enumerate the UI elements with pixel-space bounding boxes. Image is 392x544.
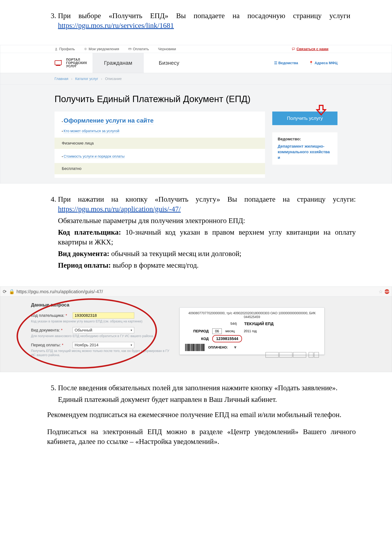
req-mark2: *	[61, 328, 63, 332]
breadcrumbs: Главная › Каталог услуг › Описание	[0, 73, 392, 85]
chat-icon	[292, 47, 295, 51]
lock-icon: 🔒	[9, 289, 15, 295]
logo-icon	[55, 59, 63, 66]
po-label: Период оплаты:	[31, 343, 61, 347]
po-hint: Получить ЕПД за текущий месяц можно толь…	[31, 349, 172, 357]
highlight-arrow-icon	[316, 105, 327, 116]
get-service-button[interactable]: Получить услугу	[272, 112, 337, 125]
period-year: 2011 год	[244, 329, 257, 333]
tab-citizens-label: Гражданам	[104, 60, 132, 66]
bc-home[interactable]: Главная	[55, 77, 68, 81]
top-pay[interactable]: Оплатить	[128, 47, 149, 51]
url-text[interactable]: https://pgu.mos.ru/ru/application/guis/-…	[17, 289, 379, 295]
item4-vd-text: обычный за текущий месяц или долговой;	[110, 249, 242, 258]
nav-right: ☰Ведомства 📍Адреса МФЦ	[274, 53, 392, 73]
user-icon	[55, 47, 58, 51]
item4-kp-label: Код плательщика:	[58, 228, 121, 236]
chevron-down-icon-2: ▼	[130, 344, 133, 347]
portal-logo[interactable]: ПОРТАЛ ГОРОДСКИХ УСЛУГ	[0, 53, 92, 73]
period-month-label: месяц	[225, 329, 235, 333]
free-row: Бесплатно	[55, 163, 265, 174]
doc-type-value: Обычный	[75, 328, 92, 333]
bc-desc: Описание	[105, 77, 122, 81]
reload-icon[interactable]: ⟳	[3, 289, 7, 295]
receipt-code: 1239815544	[212, 335, 242, 342]
svg-rect-3	[128, 49, 131, 49]
top-drafts-label: Черновики	[158, 47, 176, 51]
item5-line2: Единый платежный документ будет направле…	[58, 395, 356, 404]
nav-agencies[interactable]: ☰Ведомства	[274, 61, 298, 65]
nav-mfc-label: Адреса МФЦ	[314, 61, 337, 65]
doc-item-5: После введения обязательных полей для за…	[0, 372, 392, 459]
nav-mfc[interactable]: 📍Адреса МФЦ	[309, 61, 337, 65]
page-title: Получить Единый Платежный Документ (ЕПД)	[55, 87, 337, 112]
who-link[interactable]: Кто может обратиться за услугой	[63, 129, 119, 133]
portal-content: Получить Единый Платежный Документ (ЕПД)…	[0, 85, 392, 183]
tab-citizens[interactable]: Гражданам	[92, 53, 144, 73]
service-right: Получить услугу Ведомство: Департамент ж…	[272, 112, 337, 165]
service-left: • Оформление услуги на сайте • Кто может…	[55, 112, 265, 178]
chevron-down-icon: ▼	[130, 329, 133, 332]
item3-link[interactable]: https://pgu.mos.ru/ru/services/link/1681	[58, 21, 174, 30]
item3-text: При выборе «Получить ЕПД» Вы попадаете н…	[58, 12, 350, 20]
svg-rect-6	[56, 65, 60, 66]
top-profile[interactable]: Профиль	[55, 47, 75, 51]
code-label: КОД	[185, 337, 209, 341]
pin-icon: 📍	[309, 61, 313, 65]
browser-screenshot: ⟳ 🔒 https://pgu.mos.ru/ru/application/gu…	[0, 286, 392, 372]
period-label: ПЕРИОД	[185, 329, 209, 333]
doc-type-select[interactable]: Обычный ▼	[73, 327, 134, 333]
item4-po-text: выбор в формате месяц/год.	[111, 261, 199, 269]
tab-business[interactable]: Бизнесу	[144, 53, 194, 73]
req-mark: *	[66, 313, 67, 318]
star-icon[interactable]: ☆	[379, 289, 383, 295]
portal-topbar: Профиль Мои уведомления Оплатить Чернови…	[0, 45, 392, 53]
agency-label: Ведомство:	[278, 137, 332, 142]
top-notifications[interactable]: Мои уведомления	[84, 47, 119, 51]
item4-po-label: Период оплаты:	[58, 261, 111, 269]
svg-point-1	[85, 48, 86, 49]
top-drafts[interactable]: Черновики	[158, 47, 176, 51]
triangle-down-icon: ▼	[233, 345, 237, 350]
portal-mainnav: ПОРТАЛ ГОРОДСКИХ УСЛУГ Гражданам Бизнесу…	[0, 53, 392, 73]
abp-icon[interactable]: ABP	[385, 289, 389, 294]
agency-box: Ведомство: Департамент жилищно-коммуналь…	[272, 132, 337, 165]
payer-code-input[interactable]	[73, 313, 134, 319]
top-contact[interactable]: Связаться с нами	[292, 47, 329, 51]
phys-row: Физические лица	[55, 138, 265, 149]
get-service-label: Получить услугу	[287, 116, 323, 121]
portal-screenshot: Профиль Мои уведомления Оплатить Чернови…	[0, 45, 392, 183]
section-title: Оформление услуги на сайте	[63, 117, 154, 124]
doc-item-3: При выборе «Получить ЕПД» Вы попадаете н…	[0, 0, 392, 41]
doc-item-4: При нажатии на кнопку «Получить услугу» …	[0, 183, 392, 281]
receipt-title: ТЕКУЩИЙ ЕПД	[244, 321, 274, 326]
bc-sep-1: ›	[71, 77, 72, 81]
request-form: Данные запроса Код плательщика: * Код ук…	[0, 302, 172, 357]
item4-line1a: При нажатии на кнопку «Получить услугу» …	[58, 195, 356, 203]
vd-hint: Для получения авансового ЕПД необходимо …	[31, 334, 172, 338]
tab-business-label: Бизнесу	[159, 60, 179, 66]
agency-name[interactable]: Департамент жилищно-коммунального хозяйс…	[278, 144, 332, 160]
form-title: Данные запроса	[31, 302, 172, 308]
svg-rect-4	[292, 48, 295, 49]
cost-link[interactable]: Стоимость услуги и порядок оплаты	[63, 154, 125, 159]
vd-label: Вид документа:	[31, 328, 60, 332]
period-select[interactable]: Ноябрь 2014 ▼	[73, 342, 134, 348]
item4-line2: Обязательные параметры для получения эле…	[58, 216, 356, 225]
gear-icon	[84, 47, 87, 51]
kp-label: Код плательщика:	[31, 313, 64, 318]
list-icon: ☰	[274, 61, 277, 65]
req-mark3: *	[62, 343, 63, 347]
item4-vd-label: Вид документа:	[58, 249, 110, 258]
item5-line1: После введения обязательных полей для за…	[58, 384, 337, 392]
barcode-icon	[185, 344, 205, 351]
logo-text: ПОРТАЛ ГОРОДСКИХ УСЛУГ	[66, 58, 87, 68]
top-profile-label: Профиль	[59, 47, 75, 51]
browser-addressbar: ⟳ 🔒 https://pgu.mos.ru/ru/application/gu…	[0, 286, 392, 297]
recommend-1: Рекомендуем подписаться на ежемесячное п…	[47, 410, 356, 420]
paid-amount-boxes	[265, 352, 319, 358]
item4-link[interactable]: https://pgu.mos.ru/ru/application/guis/-…	[58, 205, 181, 213]
period-value: Ноябрь 2014	[75, 343, 98, 347]
bc-catalog[interactable]: Каталог услуг	[75, 77, 98, 81]
top-notifications-label: Мои уведомления	[89, 47, 119, 51]
